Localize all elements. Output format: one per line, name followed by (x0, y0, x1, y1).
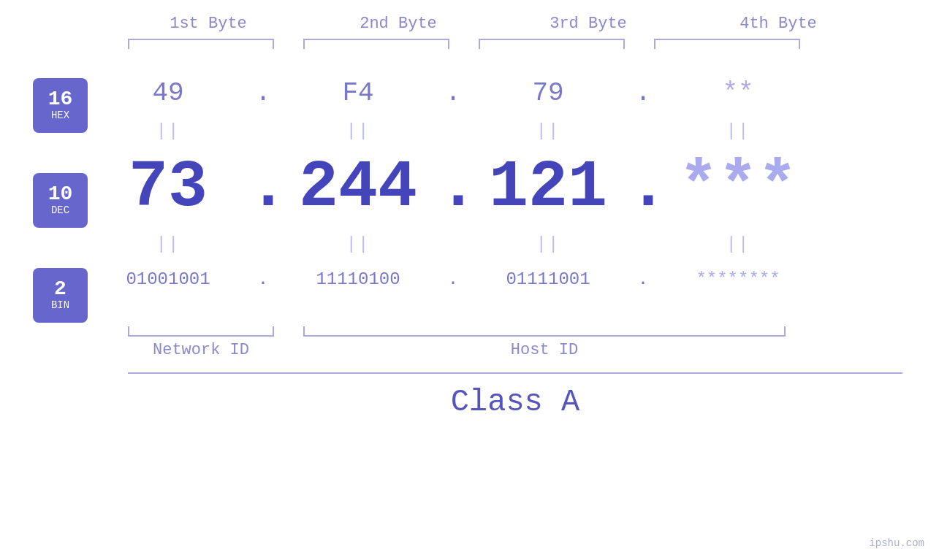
eq1-4: || (658, 121, 818, 141)
bin-val-3: 01111001 (468, 269, 628, 289)
hex-val-3: 79 (468, 78, 628, 108)
bracket-gap-1 (274, 39, 303, 49)
values-col: 49 . F4 . 79 . ** (88, 67, 939, 301)
hex-val-4: ** (658, 78, 818, 108)
byte-header-4: 4th Byte (698, 15, 859, 33)
bracket-gap-3 (625, 39, 654, 49)
byte-header-3: 3rd Byte (508, 15, 669, 33)
hex-dot-1: . (248, 78, 278, 108)
header-sep-1 (289, 15, 318, 33)
equals-row-1: || || || || (88, 118, 939, 144)
host-id-label: Host ID (303, 341, 786, 359)
main-rows: 16 HEX 10 DEC 2 BIN 49 . (0, 67, 939, 323)
bin-val-2: 11110100 (278, 269, 438, 289)
equals-row-2: || || || || (88, 231, 939, 257)
bracket-bot-net (128, 326, 274, 337)
id-labels: Network ID Host ID (128, 341, 786, 359)
hex-dot-2: . (438, 78, 468, 108)
eq2-2: || (278, 234, 438, 254)
header-sep-2 (479, 15, 508, 33)
class-label: Class A (451, 385, 579, 420)
bin-row: 01001001 . 11110100 . 01111001 . (88, 257, 939, 301)
byte-headers-row: 1st Byte 2nd Byte 3rd Byte 4th Byte (128, 15, 859, 33)
bin-badge: 2 BIN (33, 268, 88, 323)
dec-val-1: 73 (88, 155, 248, 220)
bracket-top-1 (128, 39, 274, 49)
top-brackets (128, 39, 800, 49)
bottom-brackets (128, 326, 786, 337)
hex-val-2: F4 (278, 78, 438, 108)
bin-val-4: ******** (658, 269, 818, 289)
dec-val-4: *** (658, 155, 818, 220)
hex-badge: 16 HEX (33, 78, 88, 133)
bracket-gap-2 (449, 39, 479, 49)
eq2-1: || (88, 234, 248, 254)
eq2-3: || (468, 234, 628, 254)
bin-val-1: 01001001 (88, 269, 248, 289)
hex-val-1: 49 (88, 78, 248, 108)
bracket-top-2 (303, 39, 449, 49)
eq1-2: || (278, 121, 438, 141)
dec-row: 73 . 244 . 121 . *** (88, 144, 939, 231)
dec-dot-2: . (438, 150, 468, 225)
bracket-top-4 (654, 39, 800, 49)
hex-dot-3: . (628, 78, 658, 108)
hex-row: 49 . F4 . 79 . ** (88, 67, 939, 118)
page-layout: 1st Byte 2nd Byte 3rd Byte 4th Byte 16 H… (0, 0, 939, 420)
bracket-bot-host (303, 326, 786, 337)
dec-badge: 10 DEC (33, 173, 88, 228)
dec-val-3: 121 (468, 155, 628, 220)
eq2-4: || (658, 234, 818, 254)
bin-dot-2: . (438, 269, 468, 289)
bin-dot-1: . (248, 269, 278, 289)
dec-val-2: 244 (278, 155, 438, 220)
bin-dot-3: . (628, 269, 658, 289)
byte-header-1: 1st Byte (128, 15, 289, 33)
dec-dot-3: . (628, 150, 658, 225)
header-sep-3 (669, 15, 698, 33)
eq1-1: || (88, 121, 248, 141)
byte-header-2: 2nd Byte (318, 15, 479, 33)
watermark: ipshu.com (869, 537, 924, 549)
network-id-label: Network ID (128, 341, 274, 359)
bracket-top-3 (479, 39, 625, 49)
base-badges-col: 16 HEX 10 DEC 2 BIN (0, 67, 88, 323)
eq1-3: || (468, 121, 628, 141)
dec-dot-1: . (248, 150, 278, 225)
class-section: Class A (128, 372, 902, 420)
